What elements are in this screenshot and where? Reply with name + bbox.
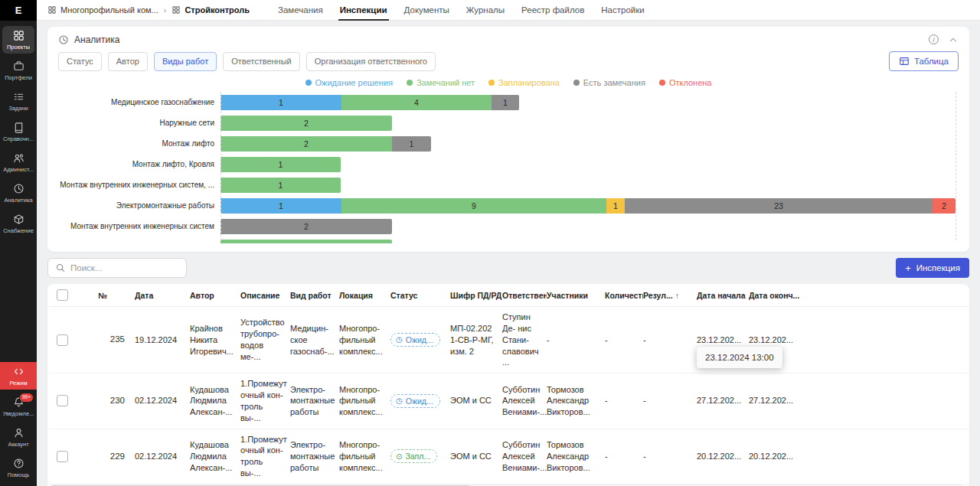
- board-icon: [172, 5, 181, 15]
- bar-segment-no_remarks[interactable]: 2: [220, 136, 392, 152]
- chart-category-label: Наружные сети: [58, 119, 220, 127]
- row-checkbox[interactable]: [57, 334, 68, 346]
- bar-segment-no_remarks[interactable]: 1: [220, 157, 341, 172]
- sort-arrow-icon[interactable]: ↑: [675, 291, 679, 300]
- column-header-responsible[interactable]: Ответствен...: [502, 291, 547, 300]
- bar-segment-no_remarks[interactable]: 4: [341, 95, 492, 110]
- filter-chip-status[interactable]: Статус: [58, 52, 102, 71]
- bar-segment-no_remarks[interactable]: 9: [341, 198, 606, 214]
- column-header-date_start[interactable]: Дата начала: [697, 291, 749, 300]
- sidebar-item-administration[interactable]: Админист...: [2, 148, 34, 176]
- sidebar-item-references[interactable]: Справочн...: [2, 118, 34, 145]
- bar-segment-waiting[interactable]: 1: [220, 95, 341, 110]
- collapse-chevron-up-icon[interactable]: [948, 34, 959, 45]
- column-header-location[interactable]: Локация: [339, 291, 390, 300]
- sidebar-item-help[interactable]: Помощь: [2, 454, 34, 481]
- bar-segment-waiting[interactable]: 1: [220, 198, 341, 214]
- notification-count-badge: 99+: [19, 393, 34, 403]
- sidebar-item-supply[interactable]: Снабжение: [2, 210, 34, 237]
- bar-segment-no_remarks[interactable]: 1: [220, 178, 341, 193]
- app-logo[interactable]: E: [0, 0, 37, 21]
- clock-icon: ◷: [396, 396, 403, 406]
- cell-description: Устройство трубопро- водов ме-...: [240, 312, 290, 367]
- add-inspection-button[interactable]: + Инспекция: [896, 258, 969, 278]
- admin-icon: [13, 152, 24, 164]
- bar-segment-no_remarks[interactable]: [220, 240, 392, 244]
- column-header-date[interactable]: Дата: [135, 291, 190, 300]
- analytics-card: Аналитика i СтатусАвторВиды работОтветст…: [47, 27, 969, 252]
- portfolio-icon: [13, 60, 24, 72]
- chart-category-label: Монтаж лифто, Кровля: [58, 160, 220, 168]
- table-row[interactable]: 23002.12.2024Кудашова Людмила Алексан-..…: [49, 373, 969, 429]
- filter-chip-organizatsiya-otvetstvennogo[interactable]: Организация ответственного: [306, 52, 436, 71]
- bar-segment-has_remarks[interactable]: 1: [392, 136, 431, 152]
- legend-item-waiting: Ожидание решения: [305, 78, 393, 87]
- info-icon[interactable]: i: [929, 34, 939, 44]
- chart-category-label: Электромонтажные работы: [58, 201, 220, 210]
- bar-segment-has_remarks[interactable]: 2: [220, 219, 392, 234]
- tab-reestr-faylov[interactable]: Реестр файлов: [513, 0, 593, 21]
- cell-responsible: Субботин Алексей Вениами-...: [502, 435, 547, 478]
- sidebar-item-projects[interactable]: Проекты: [2, 26, 34, 54]
- column-header-cipher[interactable]: Шифр ПД/РД: [450, 291, 502, 300]
- table-row[interactable]: 23519.12.2024Крайнов Никита Игоревич...У…: [49, 307, 969, 373]
- cell-responsible: Субботин Алексей Вениами-...: [502, 380, 547, 423]
- column-header-participants[interactable]: Участники: [547, 291, 605, 300]
- cell-date-start: 27.12.202...: [697, 390, 749, 411]
- chart-row: Наружные сети 2: [58, 113, 959, 133]
- cell-date-start: 20.12.202...: [697, 446, 749, 467]
- cell-author: Кудашова Людмила Алексан-...: [190, 380, 240, 423]
- cell-date-end: 27.12.202...: [749, 390, 807, 411]
- bar-segment-has_remarks[interactable]: 1: [492, 95, 519, 110]
- column-header-quantity[interactable]: Количеств...: [605, 291, 643, 300]
- cell-location: Многопро- фильный комплекс...: [339, 435, 390, 478]
- table-row[interactable]: 22902.12.2024Кудашова Людмила Алексан-..…: [49, 429, 969, 484]
- mode-icon: [13, 366, 24, 377]
- bar-segment-planned[interactable]: 1: [606, 198, 625, 214]
- bar-segment-no_remarks[interactable]: 2: [220, 116, 392, 131]
- tab-nastroyki[interactable]: Настройки: [593, 0, 652, 21]
- tab-zhurnaly[interactable]: Журналы: [458, 0, 513, 21]
- bar-segment-declined[interactable]: 2: [933, 198, 956, 214]
- tab-inspektsii[interactable]: Инспекции: [332, 0, 396, 21]
- analytics-filter-bar: СтатусАвторВиды работОтветственныйОргани…: [58, 51, 959, 71]
- inspections-table-card: №ДатаАвторОписаниеВид работЛокацияСтатус…: [47, 284, 969, 486]
- account-icon: [13, 427, 24, 439]
- column-header-status[interactable]: Статус: [390, 291, 450, 300]
- cell-num: 235: [75, 329, 135, 351]
- cell-date-end: 20.12.202...: [749, 446, 807, 467]
- filter-chip-otvetstvennyy[interactable]: Ответственный: [223, 52, 300, 71]
- column-header-work_type[interactable]: Вид работ: [290, 291, 339, 300]
- column-header-date_end[interactable]: Дата оконч...: [749, 291, 807, 300]
- breadcrumb-item-project[interactable]: Многопрофильный ком...: [47, 5, 158, 15]
- tab-zamechaniya[interactable]: Замечания: [270, 0, 332, 21]
- sidebar-item-tasks[interactable]: Задачи: [2, 87, 34, 115]
- table-view-button[interactable]: Таблица: [889, 51, 959, 71]
- filter-chip-vidy-rabot[interactable]: Виды работ: [154, 52, 217, 71]
- select-all-checkbox[interactable]: [57, 289, 68, 301]
- sidebar-item-account[interactable]: Аккаунт: [2, 423, 34, 451]
- filter-chip-avtor[interactable]: Автор: [108, 52, 148, 71]
- column-header-author[interactable]: Автор: [190, 291, 240, 300]
- column-header-description[interactable]: Описание: [240, 291, 290, 300]
- sidebar-item-notifications[interactable]: Уведомле... 99+: [2, 393, 34, 420]
- cell-author: Крайнов Никита Игоревич...: [190, 318, 240, 362]
- cell-num: 229: [75, 446, 135, 468]
- column-header-result[interactable]: Резул...↑: [643, 291, 697, 300]
- bar-segment-has_remarks[interactable]: 23: [625, 198, 933, 214]
- column-header-num[interactable]: №: [75, 291, 135, 300]
- sidebar-item-portfolios[interactable]: Портфели: [2, 57, 34, 84]
- row-checkbox[interactable]: [57, 451, 68, 462]
- tasks-icon: [13, 91, 24, 103]
- sidebar-item-mode[interactable]: Режим: [0, 362, 37, 390]
- tab-dokumenty[interactable]: Документы: [396, 0, 458, 21]
- cell-cipher: МП-02.202 1-СВ-Р-МГ, изм. 2: [450, 318, 502, 362]
- search-input[interactable]: [70, 263, 179, 272]
- legend-item-planned: Запланирована: [488, 78, 560, 87]
- chart-row: Монтаж внутренних инженерных систем, ...…: [58, 175, 959, 195]
- breadcrumb-item-stroykontrol[interactable]: Стройконтроль: [172, 5, 250, 15]
- sidebar-item-analytics[interactable]: Аналитика: [2, 179, 34, 207]
- search-icon: [55, 263, 66, 273]
- row-checkbox[interactable]: [57, 395, 68, 406]
- cell-location: Многопро- фильный комплекс...: [339, 318, 390, 362]
